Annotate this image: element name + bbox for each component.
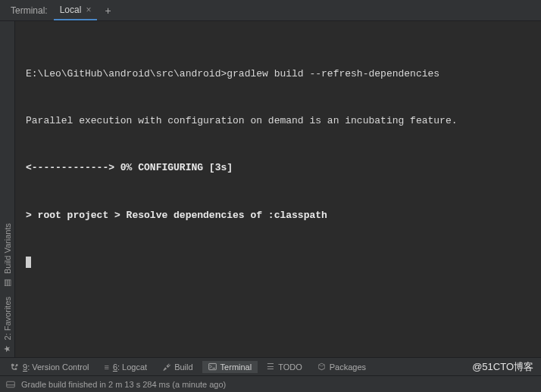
panel-title: Terminal: <box>5 5 54 16</box>
svg-rect-0 <box>208 363 216 369</box>
tab-label: Local <box>60 5 82 15</box>
side-tab-favorites[interactable]: ★ 2: Favorites <box>2 297 12 353</box>
logcat-icon: ≡ <box>104 362 108 372</box>
add-tab-button[interactable]: + <box>97 5 118 17</box>
bottom-tool-row: 9: Version Control ≡ 6: Logcat Build Ter… <box>0 357 541 375</box>
tool-build[interactable]: Build <box>156 361 199 373</box>
terminal-output[interactable]: E:\Leo\GitHub\android\src\android>gradle… <box>15 21 541 357</box>
status-icon <box>6 380 15 389</box>
status-message: Gradle build finished in 2 m 13 s 284 ms… <box>21 380 226 389</box>
list-icon: ☰ <box>267 362 274 372</box>
side-tab-build-variants[interactable]: ▤ Build Variants <box>2 223 12 287</box>
tool-packages[interactable]: Packages <box>311 361 372 373</box>
tool-label: Build <box>174 362 192 372</box>
terminal-cursor-line <box>26 255 533 271</box>
packages-icon <box>317 362 326 371</box>
terminal-line: Parallel execution with configuration on… <box>26 114 533 129</box>
star-icon: ★ <box>2 343 12 353</box>
svg-rect-1 <box>7 381 15 387</box>
build-variants-icon: ▤ <box>2 278 12 288</box>
terminal-line: <-------------> 0% CONFIGURING [3s] <box>26 160 533 176</box>
terminal-line: > root project > Resolve dependencies of… <box>26 208 533 224</box>
tool-terminal[interactable]: Terminal <box>202 361 258 373</box>
hammer-icon <box>162 362 170 371</box>
terminal-icon <box>208 362 217 371</box>
tool-label: 9: Version Control <box>23 362 89 372</box>
tool-label: TODO <box>278 362 302 372</box>
tool-label: 6: Logcat <box>113 362 147 372</box>
watermark-text: @51CTO博客 <box>472 360 536 374</box>
side-tab-label: 2: Favorites <box>3 297 12 340</box>
cursor-icon <box>26 257 31 268</box>
left-gutter: ▤ Build Variants ★ 2: Favorites <box>0 21 15 357</box>
tool-todo[interactable]: ☰ TODO <box>261 360 308 373</box>
side-tab-label: Build Variants <box>3 223 12 274</box>
close-icon[interactable]: × <box>86 5 91 15</box>
status-bar: Gradle build finished in 2 m 13 s 284 ms… <box>0 375 541 392</box>
branch-icon <box>11 362 19 371</box>
tool-label: Terminal <box>220 362 252 372</box>
tool-label: Packages <box>330 362 366 372</box>
terminal-tab-local[interactable]: Local × <box>54 0 98 20</box>
tool-version-control[interactable]: 9: Version Control <box>5 361 95 373</box>
terminal-line: E:\Leo\GitHub\android\src\android>gradle… <box>26 67 533 82</box>
middle-area: ▤ Build Variants ★ 2: Favorites E:\Leo\G… <box>0 21 541 357</box>
tool-logcat[interactable]: ≡ 6: Logcat <box>98 361 153 373</box>
terminal-tab-bar: Terminal: Local × + <box>0 0 541 21</box>
